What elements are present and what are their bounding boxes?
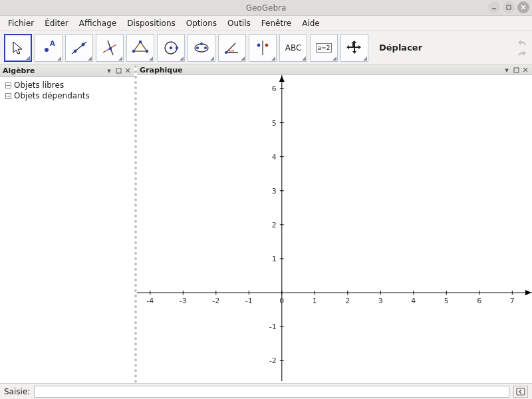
perpendicular-icon xyxy=(100,38,120,58)
tree-free-objects[interactable]: − Objets libres xyxy=(4,80,130,90)
window-controls xyxy=(488,1,529,13)
undo-button[interactable] xyxy=(516,38,528,47)
text-icon: ABC xyxy=(285,43,302,53)
window-title: GeoGebra xyxy=(246,3,287,13)
menu-affichage[interactable]: Affichage xyxy=(75,17,120,29)
svg-text:A: A xyxy=(50,40,55,47)
panel-close-icon[interactable]: ✕ xyxy=(521,66,529,74)
point-icon: A xyxy=(39,38,59,58)
undo-icon xyxy=(517,39,527,47)
window-maximize-button[interactable] xyxy=(503,1,515,13)
redo-icon xyxy=(517,49,527,57)
redo-button[interactable] xyxy=(516,49,528,58)
input-help-icon xyxy=(516,388,525,396)
axes-svg: -4-3-2-101234567-2-1123456 xyxy=(137,75,532,381)
input-help-button[interactable] xyxy=(513,386,528,398)
expand-icon[interactable]: − xyxy=(5,93,11,99)
tool-point[interactable]: A xyxy=(35,34,63,62)
tool-reflect[interactable] xyxy=(249,34,277,62)
menu-fenetre[interactable]: Fenêtre xyxy=(257,17,295,29)
svg-text:6: 6 xyxy=(272,84,277,93)
conic-icon xyxy=(192,38,211,58)
svg-point-24 xyxy=(265,43,269,47)
tool-polygon[interactable] xyxy=(126,34,154,62)
graphics-panel-header[interactable]: Graphique ▾ ✕ xyxy=(137,65,532,75)
svg-text:-4: -4 xyxy=(146,297,154,305)
window-close-button[interactable] xyxy=(517,1,529,13)
tool-line[interactable] xyxy=(65,34,93,62)
svg-point-23 xyxy=(257,43,261,47)
polygon-icon xyxy=(130,38,150,58)
svg-text:7: 7 xyxy=(510,297,515,305)
tool-text[interactable]: ABC xyxy=(279,34,307,62)
tool-slider[interactable]: a=2 xyxy=(310,34,338,62)
svg-text:-3: -3 xyxy=(180,297,187,305)
svg-text:-1: -1 xyxy=(245,297,253,305)
svg-rect-26 xyxy=(514,68,519,72)
svg-marker-30 xyxy=(279,76,285,82)
circle-icon xyxy=(161,38,181,58)
svg-marker-29 xyxy=(525,290,531,295)
algebra-panel-title: Algèbre xyxy=(3,66,104,75)
svg-rect-25 xyxy=(116,68,121,73)
menubar: Fichier Éditer Affichage Dispositions Op… xyxy=(0,16,532,31)
tool-angle[interactable]: α xyxy=(218,34,246,62)
tree-label: Objets dépendants xyxy=(14,91,90,100)
svg-point-17 xyxy=(196,47,199,49)
svg-text:-2: -2 xyxy=(269,356,277,365)
algebra-panel: Algèbre ▾ ✕ − Objets libres − Objets dép… xyxy=(0,65,137,383)
window-titlebar: GeoGebra xyxy=(0,0,532,16)
panel-undock-icon[interactable] xyxy=(512,66,520,74)
expand-icon[interactable]: − xyxy=(5,82,11,88)
window-minimize-button[interactable] xyxy=(488,1,500,13)
svg-rect-71 xyxy=(517,388,525,395)
svg-point-1 xyxy=(45,48,49,52)
angle-icon: α xyxy=(222,38,242,58)
svg-text:α: α xyxy=(231,49,235,54)
graphics-panel-title: Graphique xyxy=(140,66,501,74)
algebra-tree[interactable]: − Objets libres − Objets dépendants xyxy=(0,77,134,383)
svg-point-20 xyxy=(225,51,227,54)
svg-text:3: 3 xyxy=(272,187,277,196)
panel-menu-icon[interactable]: ▾ xyxy=(503,66,511,74)
menu-fichier[interactable]: Fichier xyxy=(4,17,38,29)
move-view-icon xyxy=(346,39,363,57)
menu-options[interactable]: Options xyxy=(182,17,221,29)
slider-icon: a=2 xyxy=(316,43,332,53)
tree-dependent-objects[interactable]: − Objets dépendants xyxy=(4,90,130,101)
menu-editer[interactable]: Éditer xyxy=(41,17,72,29)
panel-undock-icon[interactable] xyxy=(114,67,122,75)
tool-perpendicular[interactable] xyxy=(96,34,124,62)
menu-dispositions[interactable]: Dispositions xyxy=(123,17,180,29)
tool-circle[interactable] xyxy=(157,34,185,62)
menu-aide[interactable]: Aide xyxy=(298,17,324,29)
svg-point-8 xyxy=(109,47,112,49)
toolbar: A α ABC a=2 Déplacer xyxy=(0,31,532,65)
svg-text:-1: -1 xyxy=(269,323,277,331)
svg-text:5: 5 xyxy=(272,119,277,128)
svg-point-10 xyxy=(139,40,142,43)
command-input[interactable] xyxy=(34,386,509,398)
line-icon xyxy=(69,38,89,58)
tool-conic[interactable] xyxy=(188,34,215,62)
svg-text:-2: -2 xyxy=(212,297,219,305)
svg-point-4 xyxy=(74,49,77,53)
panel-menu-icon[interactable]: ▾ xyxy=(105,67,113,75)
algebra-panel-header[interactable]: Algèbre ▾ ✕ xyxy=(0,65,134,77)
svg-text:3: 3 xyxy=(378,297,383,305)
undo-redo-group xyxy=(516,38,528,58)
svg-point-14 xyxy=(170,46,172,49)
svg-point-19 xyxy=(200,43,203,45)
panel-close-icon[interactable]: ✕ xyxy=(124,67,132,75)
svg-text:0: 0 xyxy=(279,297,284,305)
workspace: Algèbre ▾ ✕ − Objets libres − Objets dép… xyxy=(0,65,532,383)
tool-move[interactable] xyxy=(4,34,32,62)
svg-point-5 xyxy=(82,43,85,46)
svg-point-12 xyxy=(132,49,135,52)
input-bar-label: Saisie: xyxy=(4,387,30,396)
graphics-canvas[interactable]: -4-3-2-101234567-2-1123456 xyxy=(137,75,532,383)
svg-text:2: 2 xyxy=(345,297,350,305)
svg-text:1: 1 xyxy=(272,255,277,263)
tool-move-view[interactable] xyxy=(340,34,368,62)
menu-outils[interactable]: Outils xyxy=(223,17,255,29)
